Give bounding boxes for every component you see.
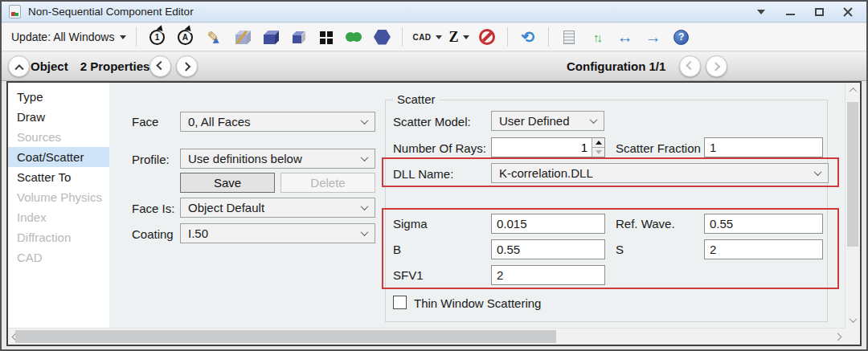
edit-object-button[interactable]: ✎ <box>203 27 223 48</box>
dll-name-combobox[interactable]: K-correlation.DLL <box>491 163 829 183</box>
number-of-rays-input[interactable] <box>491 137 605 157</box>
expand-columns-button[interactable]: ↔ <box>615 27 636 48</box>
toolbar-separator <box>507 27 508 47</box>
sidebar-item-scatter-to[interactable]: Scatter To <box>8 167 109 187</box>
chevron-down-icon <box>463 35 469 39</box>
profile-combobox[interactable]: Use definitions below <box>180 149 375 169</box>
object-viewer-button[interactable] <box>259 27 280 48</box>
sfv1-input[interactable] <box>491 265 605 285</box>
chevron-down-icon <box>120 35 126 39</box>
swap-rows-button[interactable]: ↑↓ <box>587 27 608 48</box>
vertical-scrollbar[interactable] <box>845 83 860 328</box>
save-button[interactable]: Save <box>180 173 275 193</box>
ignore-object-button[interactable] <box>477 27 497 48</box>
undo-button[interactable]: ⟲ <box>518 27 538 48</box>
delete-button: Delete <box>280 173 375 193</box>
horizontal-scrollbar[interactable] <box>8 328 845 345</box>
small-cube-icon <box>293 35 301 43</box>
cad-dropdown[interactable]: CAD <box>412 33 441 42</box>
next-object-button[interactable] <box>176 55 198 77</box>
scatter-fraction-input[interactable] <box>704 137 823 157</box>
z-label: Z <box>449 29 459 46</box>
detector-button[interactable] <box>343 27 364 48</box>
previous-object-button[interactable] <box>149 55 171 77</box>
window-controls <box>755 6 859 18</box>
cad-label: CAD <box>412 33 431 42</box>
vertical-scrollbar-thumb[interactable] <box>847 102 858 247</box>
scroll-right-button[interactable] <box>830 329 845 345</box>
scroll-up-button[interactable] <box>845 83 860 98</box>
no-entry-icon <box>479 29 495 45</box>
zemax-dropdown[interactable]: Z <box>449 29 469 46</box>
face-is-label: Face Is: <box>132 202 174 216</box>
grid-icon <box>320 31 326 37</box>
collapse-properties-button[interactable] <box>8 55 30 77</box>
window-title: Non-Sequential Component Editor <box>28 6 194 18</box>
properties-bar: Object 2 Properties Configuration 1/1 <box>2 52 866 81</box>
cube-icon <box>264 35 275 44</box>
ref-wave-label: Ref. Wave. <box>616 217 675 231</box>
copy-object-button[interactable] <box>287 27 308 48</box>
chevron-down-icon <box>361 116 369 124</box>
sidebar-item-type[interactable]: Type <box>8 87 109 107</box>
array-grid-button[interactable] <box>315 27 336 48</box>
maximize-button[interactable] <box>813 6 825 18</box>
sigma-input[interactable] <box>491 214 605 234</box>
properties-sidebar: Type Draw Sources Coat/Scatter Scatter T… <box>8 83 109 328</box>
update-mode-dropdown[interactable]: Update: All Windows <box>11 31 126 43</box>
refresh-1-icon: 1 <box>149 30 165 45</box>
toolbar: Update: All Windows 1 A ✎ CAD Z ⟲ ↑↓ ↔ →… <box>2 23 866 51</box>
previous-config-button[interactable] <box>679 55 701 77</box>
dll-name-label: DLL Name: <box>393 167 453 182</box>
next-config-button[interactable] <box>706 55 727 77</box>
s-input[interactable] <box>704 239 823 259</box>
swap-arrows-icon: ↑↓ <box>593 31 600 43</box>
number-of-rays-field <box>491 137 605 157</box>
chevron-down-icon <box>361 228 369 236</box>
toolbar-separator <box>548 27 549 47</box>
thin-window-scattering-checkbox[interactable] <box>393 296 407 309</box>
face-is-combobox[interactable]: Object Default <box>180 198 375 218</box>
insert-object-button[interactable] <box>231 27 252 48</box>
help-button[interactable]: ? <box>671 27 692 48</box>
s-label: S <box>616 243 624 257</box>
update-current-button[interactable]: 1 <box>146 27 167 48</box>
undo-arrow-icon: ⟲ <box>521 29 534 45</box>
sidebar-item-coat-scatter[interactable]: Coat/Scatter <box>8 147 109 167</box>
b-label: B <box>393 243 401 257</box>
scatter-model-combobox[interactable]: User Defined <box>491 111 604 131</box>
chevron-left-icon <box>686 60 694 69</box>
b-input[interactable] <box>491 239 605 259</box>
profile-value: Use definitions below <box>188 152 302 165</box>
sfv1-label: SFV1 <box>393 268 424 283</box>
nsc-editor-window: Non-Sequential Component Editor Update: … <box>0 0 868 351</box>
go-forward-button[interactable]: → <box>643 27 664 48</box>
close-button[interactable] <box>841 6 854 18</box>
chevron-right-icon <box>833 333 841 341</box>
window-menu-button[interactable] <box>755 6 768 18</box>
scrollbar-corner <box>845 328 860 345</box>
refresh-all-icon: A <box>178 30 193 45</box>
spinner-down-button[interactable] <box>592 148 604 157</box>
minimize-button[interactable] <box>784 6 796 18</box>
sidebar-item-sources: Sources <box>8 127 109 147</box>
chevron-right-icon <box>710 62 719 71</box>
profile-label: Profile: <box>132 153 170 167</box>
horizontal-scrollbar-thumb[interactable] <box>15 330 556 343</box>
ref-wave-input[interactable] <box>704 214 823 234</box>
left-right-arrow-icon: ↔ <box>617 29 633 45</box>
sidebar-item-volume-physics: Volume Physics <box>8 187 109 207</box>
face-combobox[interactable]: 0, All Faces <box>180 112 375 132</box>
chevron-down-icon <box>590 116 598 124</box>
update-all-button[interactable]: A <box>174 27 195 48</box>
scroll-down-button[interactable] <box>845 312 860 328</box>
coating-combobox[interactable]: I.50 <box>180 223 375 243</box>
scatter-group-label: Scatter <box>393 92 440 106</box>
scatter-model-label: Scatter Model: <box>393 115 471 129</box>
number-of-rays-spinner <box>592 138 604 157</box>
spreadsheet-button[interactable] <box>559 27 579 48</box>
spinner-up-button[interactable] <box>592 138 604 148</box>
sidebar-item-diffraction: Diffraction <box>8 227 109 247</box>
polygon-object-button[interactable] <box>371 27 392 48</box>
sidebar-item-draw[interactable]: Draw <box>8 107 109 127</box>
